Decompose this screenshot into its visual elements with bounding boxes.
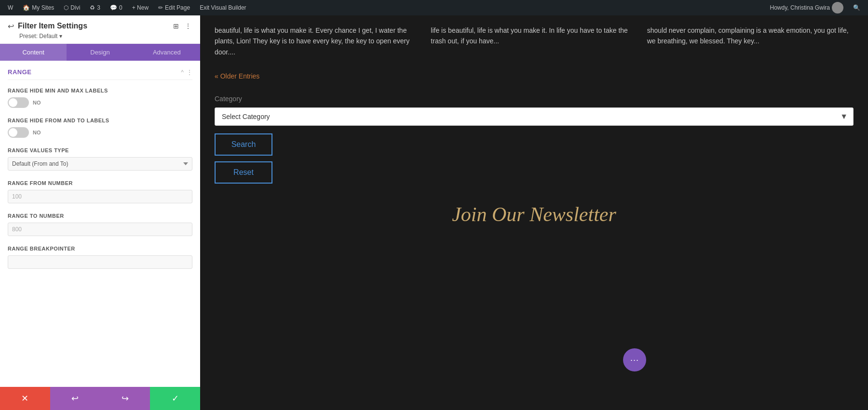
posts-grid: beautiful, life is what you make it. Eve… [215,25,854,57]
comment-icon: 💬 [110,4,117,11]
section-more-icon[interactable]: ⋮ [187,69,192,76]
edit-page-button[interactable]: ✏ Edit Page [154,0,194,15]
newsletter-title: Join Our Newsletter [215,203,854,226]
category-label: Category [215,95,854,103]
list-item: should never complain, complaining is a … [647,25,854,57]
my-sites-button[interactable]: 🏠 My Sites [19,0,58,15]
hide-min-max-toggle-label: NO [33,100,41,106]
more-options-icon[interactable]: ⋮ [184,21,192,31]
cache-icon: ♻ [90,4,95,11]
older-entries-link[interactable]: « Older Entries [215,72,259,80]
from-number-label: Range From Number [8,180,192,186]
wp-icon: W [8,4,13,11]
right-content: beautiful, life is what you make it. Eve… [200,15,868,410]
list-item: life is beautiful, life is what you make… [431,25,637,57]
from-number-input[interactable] [8,190,192,203]
search-button[interactable]: Search [215,133,272,156]
new-button[interactable]: + New [128,0,152,15]
pencil-icon: ✏ [158,4,163,11]
undo-icon: ↩ [71,393,79,404]
newsletter-section: Join Our Newsletter [215,193,854,236]
hide-from-to-toggle-label: NO [33,130,41,135]
admin-search-button[interactable]: 🔍 [849,4,864,11]
hide-from-to-label: Range Hide From and To Labels [8,118,192,123]
cancel-icon: ✕ [21,393,28,404]
user-info[interactable]: Howdy, Christina Gwira [766,2,847,13]
tab-advanced[interactable]: Advanced [134,44,200,61]
values-type-field: Range Values Type Default (From and To) … [8,147,192,171]
panel-tabs: Content Design Advanced [0,44,200,61]
category-select-wrapper: Select Category ▼ [215,107,854,126]
redo-button[interactable]: ↪ [100,387,150,410]
hide-from-to-field: Range Hide From and To Labels NO [8,118,192,138]
admin-bar-right: Howdy, Christina Gwira 🔍 [766,2,864,13]
list-item: beautiful, life is what you make it. Eve… [215,25,421,57]
undo-button[interactable]: ↩ [50,387,100,410]
range-section-title: Range [8,68,31,76]
divi-icon: ⬡ [64,4,68,11]
to-number-label: Range To Number [8,213,192,219]
range-section-header: Range ^ ⋮ [8,68,192,80]
panel-title: Filter Item Settings [18,22,168,30]
home-icon: 🏠 [23,4,30,11]
divi-button[interactable]: ⬡ Divi [60,0,84,15]
hide-from-to-toggle-row: NO [8,127,192,138]
confirm-icon: ✓ [172,393,179,404]
breakpointer-input[interactable] [8,255,192,269]
hide-min-max-label: Range Hide Min and Max Labels [8,88,192,93]
panel-content: Range ^ ⋮ Range Hide Min and Max Labels … [0,61,200,387]
comments-button[interactable]: 💬 0 [106,0,126,15]
panel-title-row: ↩ Filter Item Settings ⊞ ⋮ [8,21,192,31]
hide-min-max-toggle[interactable] [8,97,29,108]
redo-icon: ↪ [122,393,129,404]
category-select[interactable]: Select Category [215,107,854,126]
dots-icon: ··· [630,355,639,365]
filter-section: Category Select Category ▼ Search Reset [215,95,854,184]
cache-button[interactable]: ♻ 3 [86,0,104,15]
reset-button[interactable]: Reset [215,161,272,184]
values-type-select[interactable]: Default (From and To) Single [8,157,192,171]
section-icons: ^ ⋮ [181,69,192,76]
pagination: « Older Entries [215,72,854,80]
wp-logo-button[interactable]: W [4,0,17,15]
layout-icon[interactable]: ⊞ [172,21,180,31]
confirm-button[interactable]: ✓ [150,387,200,410]
dots-fab-button[interactable]: ··· [623,348,646,371]
to-number-field: Range To Number [8,213,192,236]
panel-preset[interactable]: Preset: Default ▾ [19,33,192,40]
hide-from-to-toggle[interactable] [8,127,29,138]
hide-min-max-toggle-row: NO [8,97,192,108]
panel-bottom: ✕ ↩ ↪ ✓ [0,387,200,410]
breakpointer-label: Range Breakpointer [8,246,192,251]
panel-header-icons: ⊞ ⋮ [172,21,192,31]
breakpointer-field: Range Breakpointer [8,246,192,269]
panel-header: ↩ Filter Item Settings ⊞ ⋮ Preset: Defau… [0,15,200,44]
main-layout: ↩ Filter Item Settings ⊞ ⋮ Preset: Defau… [0,15,868,410]
hide-min-max-field: Range Hide Min and Max Labels NO [8,88,192,108]
admin-bar: W 🏠 My Sites ⬡ Divi ♻ 3 💬 0 + New ✏ Edit… [0,0,868,15]
user-avatar [832,2,843,13]
from-number-field: Range From Number [8,180,192,203]
cancel-button[interactable]: ✕ [0,387,50,410]
exit-builder-button[interactable]: Exit Visual Builder [196,0,250,15]
values-type-label: Range Values Type [8,147,192,153]
left-panel: ↩ Filter Item Settings ⊞ ⋮ Preset: Defau… [0,15,200,410]
back-button[interactable]: ↩ [8,22,14,31]
to-number-input[interactable] [8,223,192,236]
tab-content[interactable]: Content [0,44,67,61]
tab-design[interactable]: Design [67,44,133,61]
collapse-icon[interactable]: ^ [181,69,184,76]
search-icon: 🔍 [853,4,860,11]
